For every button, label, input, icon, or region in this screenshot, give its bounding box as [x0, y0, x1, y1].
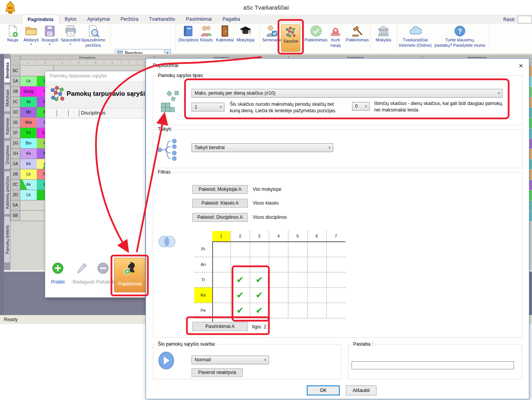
importance-dropdown[interactable]: Normali∨	[192, 356, 269, 364]
ribbon-button-spausdinimo-perziura[interactable]: Spausdinimoperžiūra	[81, 25, 105, 48]
dropdown-arrow-icon[interactable]: ▾	[23, 43, 39, 46]
ribbon-button-sarysiai[interactable]: Sąryšiai	[281, 25, 300, 52]
lesson-cell[interactable]: Kk	[20, 159, 37, 169]
filter-change-button[interactable]: Pakeisti: Mokytojai A	[192, 185, 248, 194]
grid-day-label[interactable]: Ke	[194, 287, 212, 303]
lesson-cell[interactable]: Bio	[20, 138, 37, 149]
ribbon-button-kabinetai[interactable]: Kabinetai	[216, 25, 234, 43]
grid-period-header[interactable]: 1	[212, 231, 230, 241]
ribbon-button-klases[interactable]: Klasės	[200, 25, 213, 43]
class-row-label[interactable]: 1H	[10, 149, 20, 159]
sidebar-tab-pamok-tinklelis[interactable]: Pamokų tinklelis	[4, 216, 10, 263]
grid-period-header[interactable]: 6	[307, 231, 326, 241]
grid-day-label[interactable]: Tr	[194, 272, 212, 287]
apply-dropdown[interactable]: Taikyti bendrai∨	[192, 143, 333, 152]
sidebar-tab-bendras[interactable]: Bendras	[4, 58, 10, 83]
class-row-label[interactable]: 2D	[10, 190, 20, 200]
class-row-label[interactable]: 2C	[10, 180, 20, 190]
class-row-label[interactable]: 1D	[10, 107, 20, 118]
ribbon-button-patikrinimas-2[interactable]: Patikrinimas	[346, 25, 369, 43]
grid-day-label[interactable]: Pe	[194, 303, 212, 318]
grid-period-header[interactable]: 4	[269, 231, 288, 241]
ribbon-button-atidaryti[interactable]: Atidaryti▾	[23, 25, 39, 46]
check-icon[interactable]: ✔	[250, 272, 269, 287]
ribbon-tab-pagalba[interactable]: Pagalba	[217, 15, 246, 24]
lesson-cell[interactable]: Lk	[20, 76, 37, 87]
ribbon-tab-peržiūra[interactable]: Peržiūra	[115, 15, 144, 24]
grid-period-header[interactable]: 5	[288, 231, 307, 241]
relations-list-header[interactable]: Disciplinos	[45, 108, 145, 118]
ribbon-button-turite-klausimu[interactable]: ?Turite klausimų,pastabų? Parašykite mum…	[435, 25, 486, 48]
check-icon[interactable]: ✔	[231, 287, 250, 303]
ribbon-button-mokykla[interactable]: Mokykla	[376, 25, 391, 43]
check-icon[interactable]: ✔	[250, 303, 269, 318]
check-icon[interactable]: ✔	[250, 287, 269, 303]
minus-circle-icon[interactable]	[97, 262, 110, 275]
class-row-label[interactable]: 5C	[10, 66, 20, 76]
relations-dialog-titlebar[interactable]: Pamokų tarpusavio sąryšis	[45, 71, 145, 81]
max-periods-dropdown[interactable]: 1∨	[192, 103, 224, 111]
lesson-cell[interactable]: Ist	[20, 97, 37, 107]
pasalinti-button[interactable]: Pašalinti	[96, 279, 114, 285]
sidebar-tab-kabinetai[interactable]: Kabinetai	[4, 113, 10, 139]
cancel-button[interactable]: Atšaukti	[346, 385, 376, 395]
class-row-label[interactable]: 1A	[10, 76, 20, 87]
class-row-label[interactable]: 5B	[10, 211, 20, 221]
class-row-label[interactable]: 2B	[10, 169, 20, 180]
note-input[interactable]	[352, 361, 514, 369]
class-row-label[interactable]: 1B	[10, 87, 20, 97]
grid-period-header[interactable]: 2	[231, 231, 250, 241]
lesson-cell[interactable]: Fz	[20, 128, 37, 138]
grid-period-header[interactable]: 3	[250, 231, 269, 241]
lesson-cell[interactable]: Mat	[20, 118, 37, 128]
ribbon-button-issaugoti[interactable]: Išsaugoti▾	[41, 25, 58, 46]
selections-button[interactable]: Pasirinkimai A	[192, 322, 248, 331]
close-icon[interactable]: ✕	[517, 62, 525, 70]
lesson-cell[interactable]: Mz	[20, 107, 37, 118]
dropdown-arrow-icon[interactable]: ▾	[61, 43, 80, 46]
lesson-cell[interactable]: Geog	[20, 87, 37, 97]
empty-cell[interactable]	[20, 200, 37, 211]
filter-change-button[interactable]: Pakeisti: Disciplinos A	[192, 213, 248, 222]
class-row-label[interactable]: 1E	[10, 118, 20, 128]
filter-change-button[interactable]: Pakeisti: Klasės A	[192, 199, 248, 208]
grid-day-label[interactable]: Pi	[194, 241, 212, 257]
prideti-button[interactable]: Pridėti	[51, 279, 64, 285]
find-input[interactable]	[518, 16, 532, 23]
class-row-label[interactable]: 2A	[10, 159, 20, 169]
pencil-icon[interactable]	[75, 262, 88, 275]
class-row-label[interactable]: 1F	[10, 128, 20, 138]
ribbon-button-spausdinti[interactable]: Spausdinti▾	[61, 25, 80, 46]
ribbon-tab-aprašymai[interactable]: Aprašymai	[82, 15, 115, 24]
lesson-cell[interactable]: Lk	[20, 169, 37, 180]
ribbon-tab-pasirinkimai[interactable]: Pasirinkimai	[180, 15, 217, 24]
lesson-cell[interactable]: Lk	[20, 190, 37, 200]
relations-list[interactable]	[45, 118, 145, 257]
ribbon-tab-pagrindinis[interactable]: Pagrindinis	[22, 15, 59, 24]
empty-cell[interactable]	[20, 66, 37, 76]
relation-type-dropdown[interactable]: Maks. periodų per dieną skaičius (#10)∨	[192, 89, 503, 98]
redaguoti-button[interactable]: Redaguoti	[73, 279, 95, 285]
ribbon-button-nauja[interactable]: Nauja	[6, 25, 19, 43]
empty-cell[interactable]	[20, 211, 37, 221]
sidebar-tab-kabinet-prie-i-ra[interactable]: Kabinetų priežiūra	[4, 171, 10, 215]
ribbon-button-patikrinimas-1[interactable]: Patikrinimas	[304, 25, 327, 43]
grid-period-header[interactable]: 7	[326, 231, 345, 241]
lesson-cell[interactable]: Kk	[20, 149, 37, 159]
class-row-label[interactable]: 1C	[10, 97, 20, 107]
ribbon-button-disciplinos[interactable]: Disciplinos	[178, 25, 199, 43]
class-row-label[interactable]: 1G	[10, 138, 20, 149]
ribbon-button-kurti-nauja[interactable]: Kurtinaują	[329, 25, 342, 48]
ribbon-button-tvarkarasciai-internete[interactable]: TvarkaraščiaiInternete (Online)	[399, 25, 432, 48]
ok-button[interactable]: OK	[307, 385, 340, 395]
dropdown-arrow-icon[interactable]: ▾	[41, 43, 58, 46]
grid-day-label[interactable]: An	[194, 257, 212, 272]
ribbon-button-mokytojai[interactable]: Mokytojai	[237, 25, 254, 43]
lesson-cell[interactable]: Ak	[20, 180, 37, 190]
ribbon-button-seminarai[interactable]: Seminarai	[262, 25, 281, 43]
class-row-label[interactable]: 5A	[10, 200, 20, 211]
ribbon-tab-tvarkaraštis[interactable]: Tvarkaraštis	[144, 15, 180, 24]
ribbon-tab-bylos[interactable]: Bylos	[59, 15, 82, 24]
plus-circle-icon[interactable]	[51, 262, 64, 275]
deactivate-button[interactable]: Paversti neaktyvia	[192, 368, 243, 377]
